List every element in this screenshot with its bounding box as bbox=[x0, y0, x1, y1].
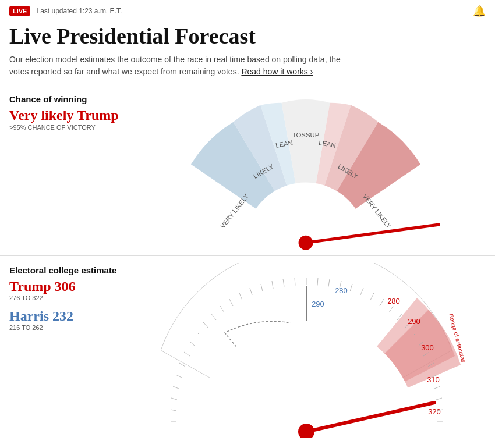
top-bar: LIVE Last updated 1:23 a.m. E.T. 🔔 bbox=[0, 0, 495, 22]
trump-range: 276 TO 322 bbox=[9, 294, 126, 301]
ec-label-290-left: 290 bbox=[312, 300, 324, 308]
svg-line-31 bbox=[203, 322, 208, 328]
bottom-section: Electoral college estimate Trump 306 276… bbox=[0, 255, 495, 438]
svg-line-22 bbox=[295, 278, 295, 285]
svg-line-30 bbox=[211, 314, 216, 320]
svg-line-3 bbox=[317, 278, 318, 285]
page-title: Live Presidential Forecast bbox=[9, 24, 486, 49]
label-tossup: TOSSUP bbox=[292, 131, 320, 138]
label-very-likely-left: VERY LIKELY bbox=[219, 193, 250, 230]
svg-line-25 bbox=[261, 284, 263, 291]
svg-line-38 bbox=[171, 398, 177, 400]
svg-line-37 bbox=[173, 386, 179, 389]
chance-gauge-container: VERY LIKELY LIKELY LEAN TOSSUP LEAN LIKE… bbox=[126, 92, 486, 255]
ec-label: Electoral college estimate bbox=[9, 265, 126, 275]
ec-label-290-right: 290 bbox=[408, 317, 420, 326]
ec-label-280-right: 280 bbox=[387, 297, 400, 305]
svg-line-9 bbox=[380, 299, 384, 306]
ec-left-panel: Electoral college estimate Trump 306 276… bbox=[9, 263, 126, 331]
svg-line-32 bbox=[196, 332, 201, 337]
svg-line-18 bbox=[434, 386, 440, 389]
svg-line-39 bbox=[171, 410, 176, 411]
header-section: Live Presidential Forecast Our election … bbox=[0, 22, 495, 85]
svg-line-7 bbox=[360, 288, 363, 295]
top-section: Chance of winning Very likely Trump >95%… bbox=[0, 85, 495, 255]
svg-line-6 bbox=[350, 284, 352, 291]
svg-line-24 bbox=[272, 281, 273, 289]
ec-label-280-left: 280 bbox=[335, 286, 348, 295]
svg-line-33 bbox=[190, 342, 195, 346]
svg-line-4 bbox=[328, 279, 330, 286]
ec-gauge-svg: 280 290 300 310 320 280 290 300 310 320 … bbox=[126, 263, 486, 438]
winner-name: Very likely Trump bbox=[9, 108, 126, 123]
svg-line-23 bbox=[283, 279, 284, 286]
last-updated: Last updated 1:23 a.m. E.T. bbox=[36, 7, 122, 15]
label-very-likely-right: VERY LIKELY bbox=[362, 193, 393, 230]
svg-line-27 bbox=[239, 293, 242, 300]
live-badge: LIVE bbox=[9, 6, 30, 16]
ec-label-300-right: 300 bbox=[421, 343, 434, 352]
svg-line-8 bbox=[370, 293, 374, 300]
ec-gauge-container: 280 290 300 310 320 280 290 300 310 320 … bbox=[126, 263, 486, 438]
trump-ec: Trump 306 bbox=[9, 279, 126, 294]
harris-ec: Harris 232 bbox=[9, 308, 126, 324]
winner-pct: >95% CHANCE OF VICTORY bbox=[9, 124, 126, 131]
ec-label-320-right: 320 bbox=[428, 407, 441, 416]
svg-line-26 bbox=[250, 288, 252, 295]
read-more-link[interactable]: Read how it works › bbox=[241, 67, 313, 76]
description: Our election model estimates the outcome… bbox=[9, 54, 359, 78]
bell-icon[interactable]: 🔔 bbox=[473, 5, 486, 17]
left-panel-winning: Chance of winning Very likely Trump >95%… bbox=[9, 92, 126, 131]
chance-of-winning-label: Chance of winning bbox=[9, 94, 126, 104]
ec-label-310-right: 310 bbox=[427, 375, 440, 384]
svg-line-36 bbox=[176, 375, 182, 378]
harris-range: 216 TO 262 bbox=[9, 324, 126, 331]
svg-line-10 bbox=[389, 306, 393, 312]
svg-line-19 bbox=[436, 398, 442, 400]
chance-gauge-svg: VERY LIKELY LIKELY LEAN TOSSUP LEAN LIKE… bbox=[137, 92, 475, 255]
svg-line-29 bbox=[220, 306, 224, 312]
svg-line-28 bbox=[229, 299, 233, 306]
svg-line-34 bbox=[184, 352, 190, 356]
